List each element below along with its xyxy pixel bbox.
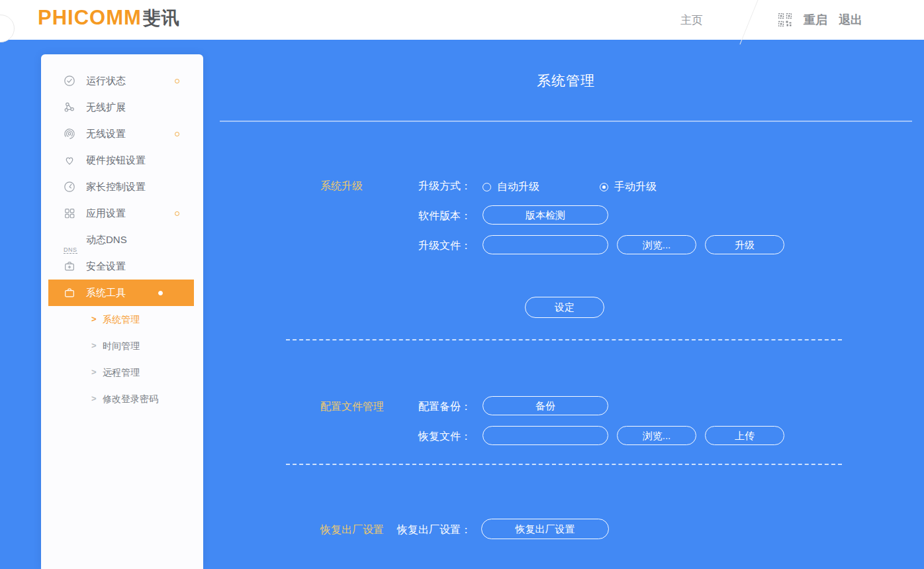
brand-logo: PHICOMM 斐讯 [38, 6, 180, 30]
backup-button[interactable]: 备份 [483, 396, 608, 415]
sidebar-item-run-status[interactable]: 运行状态 [41, 68, 203, 94]
restore-file-label: 恢复文件： [372, 430, 471, 444]
sidebar-item-label: 家长控制设置 [86, 174, 146, 200]
dns-icon: DNS [64, 234, 75, 246]
sidebar-subitem-change-password[interactable]: > 修改登录密码 [41, 386, 203, 412]
chevron-right-icon: > [91, 306, 97, 333]
sidebar-subitem-remote-management[interactable]: > 远程管理 [41, 359, 203, 386]
section-divider [286, 464, 842, 465]
sidebar-item-label: 系统工具 [86, 280, 126, 306]
nav-divider [739, 0, 759, 44]
brand-wordmark: PHICOMM [38, 6, 142, 30]
section-divider [286, 339, 842, 340]
parental-control-icon [64, 181, 75, 193]
sidebar-item-system-tools[interactable]: 系统工具 [48, 280, 194, 306]
upgrade-file-label: 升级文件： [372, 239, 471, 253]
section-label-system-upgrade: 系统升级 [320, 180, 363, 193]
sidebar-item-wireless-settings[interactable]: 无线设置 [41, 121, 203, 147]
sidebar-subitem-system-management[interactable]: > 系统管理 [41, 306, 203, 333]
upgrade-button[interactable]: 升级 [705, 235, 784, 254]
restart-button[interactable]: 重启 [804, 12, 827, 28]
sidebar-item-parental-control[interactable]: 家长控制设置 [41, 174, 203, 200]
chevron-right-icon: > [91, 386, 97, 412]
apps-grid-icon [64, 207, 75, 219]
upload-button[interactable]: 上传 [705, 426, 784, 445]
sidebar-item-label: 安全设置 [86, 253, 126, 280]
notification-dot [175, 79, 179, 83]
notification-dot [175, 132, 179, 136]
sidebar-subitem-label: 远程管理 [103, 359, 140, 386]
status-check-icon [64, 75, 75, 87]
security-kit-icon [64, 260, 75, 272]
sidebar-item-label: 无线设置 [86, 121, 126, 147]
restore-file-input[interactable] [483, 426, 608, 445]
sidebar: 运行状态 无线扩展 无线设置 硬件按钮设置 家长控制 [41, 54, 203, 569]
browse-restore-button[interactable]: 浏览... [617, 426, 696, 445]
toolbox-icon [64, 287, 75, 299]
radio-auto-upgrade[interactable]: 自动升级 [483, 180, 539, 194]
radio-label: 自动升级 [497, 180, 539, 194]
header: PHICOMM 斐讯 主页 重启 退出 [0, 0, 924, 40]
header-edge-circle [0, 15, 15, 42]
active-dot [158, 291, 163, 295]
config-backup-label: 配置备份： [372, 400, 471, 414]
upgrade-file-input[interactable] [483, 235, 608, 254]
software-version-label: 软件版本： [372, 209, 471, 223]
chevron-right-icon: > [91, 333, 97, 359]
radio-icon-checked[interactable] [600, 183, 608, 191]
brand-wordmark-cn: 斐讯 [143, 6, 180, 30]
sidebar-subitem-label: 系统管理 [103, 306, 140, 333]
wireless-extension-icon [64, 101, 75, 113]
radio-label: 手动升级 [614, 180, 657, 194]
upgrade-mode-label: 升级方式： [372, 180, 471, 193]
logout-button[interactable]: 退出 [839, 12, 862, 28]
apply-button[interactable]: 设定 [525, 297, 604, 318]
notification-dot [175, 211, 179, 216]
browse-upgrade-button[interactable]: 浏览... [617, 235, 696, 254]
qr-code-icon[interactable] [778, 13, 792, 26]
nav-home-link[interactable]: 主页 [680, 13, 703, 28]
router-admin-page: PHICOMM 斐讯 主页 重启 退出 [0, 0, 924, 569]
sidebar-item-app-settings[interactable]: 应用设置 [41, 200, 203, 227]
sidebar-item-label: 动态DNS [86, 227, 127, 253]
factory-reset-button[interactable]: 恢复出厂设置 [481, 519, 609, 539]
sidebar-item-label: 运行状态 [86, 68, 126, 94]
sidebar-item-dynamic-dns[interactable]: DNS 动态DNS [41, 227, 203, 253]
sidebar-item-wireless-extension[interactable]: 无线扩展 [41, 94, 203, 121]
chevron-right-icon: > [91, 359, 97, 386]
radio-manual-upgrade[interactable]: 手动升级 [600, 180, 657, 194]
factory-reset-label: 恢复出厂设置： [372, 523, 471, 537]
sidebar-item-label: 无线扩展 [86, 94, 126, 121]
sidebar-item-label: 应用设置 [86, 200, 126, 227]
page-title: 系统管理 [220, 72, 912, 90]
sidebar-item-security-settings[interactable]: 安全设置 [41, 253, 203, 280]
sidebar-subitem-time-management[interactable]: > 时间管理 [41, 333, 203, 359]
sidebar-item-hardware-button[interactable]: 硬件按钮设置 [41, 147, 203, 174]
heart-icon [64, 154, 75, 166]
version-check-button[interactable]: 版本检测 [483, 205, 608, 225]
radio-icon[interactable] [483, 183, 491, 191]
sidebar-item-label: 硬件按钮设置 [86, 147, 146, 174]
title-divider [220, 121, 912, 122]
sidebar-subitem-label: 时间管理 [103, 333, 140, 359]
wireless-settings-icon [64, 128, 75, 140]
sidebar-subitem-label: 修改登录密码 [103, 386, 158, 412]
